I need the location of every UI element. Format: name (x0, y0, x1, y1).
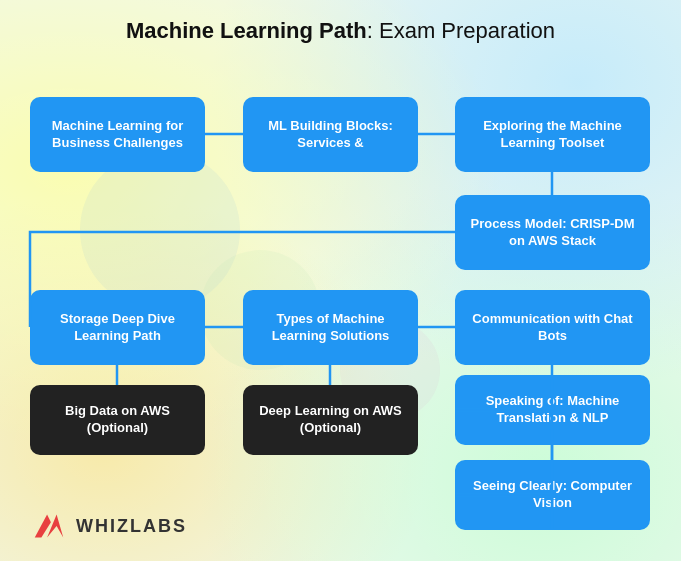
svg-marker-12 (35, 515, 51, 538)
logo-text: WHIZLABS (76, 516, 187, 537)
svg-marker-13 (47, 515, 63, 538)
logo: WHIZLABS (30, 507, 187, 545)
connectors-svg (0, 0, 681, 561)
whizlabs-logo-icon (30, 507, 68, 545)
